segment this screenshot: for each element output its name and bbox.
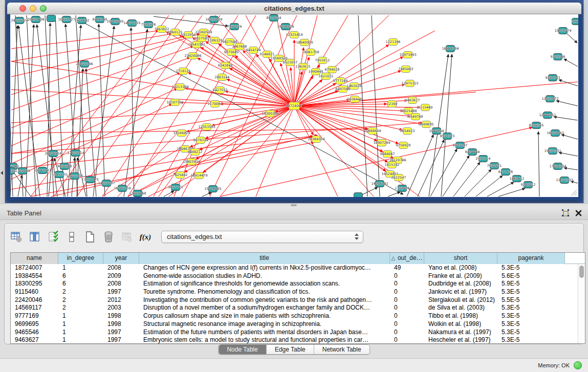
cell-short[interactable]: de Silva et al. (2003): [424, 304, 497, 312]
cell-out_degree[interactable]: 0: [390, 272, 424, 280]
cell-name[interactable]: 18300295: [11, 280, 58, 288]
citation-graph[interactable]: 2405572420691406106535271527602846616010…: [10, 14, 578, 197]
cell-pagerank[interactable]: 5.3E-5: [497, 312, 565, 320]
table-row[interactable]: 1830029562008Estimation of significance …: [11, 280, 578, 288]
tab-node-table[interactable]: Node Table: [219, 345, 267, 354]
cell-year[interactable]: 1997: [103, 329, 139, 337]
graph-edge[interactable]: [465, 169, 491, 196]
cell-out_degree[interactable]: 49: [390, 264, 424, 272]
graph-edge[interactable]: [66, 24, 78, 196]
cell-short[interactable]: Franke et al. (2009): [424, 272, 497, 280]
graph-node[interactable]: [354, 193, 363, 198]
cell-in_degree[interactable]: 1: [58, 264, 103, 272]
cell-title[interactable]: Structural magnetic resonance image aver…: [139, 320, 390, 329]
cell-in_degree[interactable]: 2: [58, 296, 103, 304]
cell-in_degree[interactable]: 1: [58, 329, 103, 337]
cell-pagerank[interactable]: 5.6E-5: [497, 272, 565, 280]
graph-edge[interactable]: [131, 28, 134, 196]
table-row[interactable]: 1938455462009Genome-wide association stu…: [11, 272, 578, 280]
graph-edge[interactable]: [453, 162, 480, 196]
delete-column-button[interactable]: [102, 230, 115, 244]
cell-name[interactable]: 18724007: [11, 264, 58, 272]
cell-short[interactable]: Stergiakouli et al. (2012): [424, 296, 497, 304]
cell-name[interactable]: 19384554: [11, 272, 58, 280]
graph-edge[interactable]: [128, 106, 294, 196]
graph-edge[interactable]: [294, 82, 578, 106]
function-builder-button[interactable]: f(x): [139, 230, 152, 244]
graph-edge[interactable]: [31, 15, 169, 196]
cell-in_degree[interactable]: 6: [58, 272, 103, 280]
cell-year[interactable]: 1997: [103, 288, 139, 296]
cell-short[interactable]: Jankovic et al. (1997): [424, 288, 497, 296]
network-window-titlebar[interactable]: citations_edges.txt: [7, 3, 581, 14]
cell-in_degree[interactable]: 2: [58, 304, 103, 312]
cell-name[interactable]: 22420046: [11, 296, 58, 304]
float-panel-button[interactable]: [561, 209, 570, 217]
right-panel-edge[interactable]: [583, 0, 588, 203]
cell-out_degree[interactable]: 0: [390, 296, 424, 304]
cell-pagerank[interactable]: 5.3E-5: [497, 336, 565, 343]
cell-pagerank[interactable]: 5.3E-5: [497, 304, 565, 312]
cell-out_degree[interactable]: 0: [390, 320, 424, 329]
cell-in_degree[interactable]: 1: [58, 312, 103, 320]
create-column-button[interactable]: [83, 230, 97, 244]
cell-out_degree[interactable]: 0: [390, 336, 424, 343]
graph-edge[interactable]: [554, 117, 578, 120]
cell-year[interactable]: 1997: [103, 336, 139, 343]
cell-short[interactable]: Tibbo et al. (1998): [424, 312, 497, 320]
graph-node[interactable]: [47, 15, 56, 22]
graph-edge[interactable]: [54, 15, 184, 196]
cell-out_degree[interactable]: 0: [390, 312, 424, 320]
cell-in_degree[interactable]: 1: [58, 336, 103, 343]
cell-pagerank[interactable]: 5.3E-5: [497, 264, 565, 272]
left-panel-edge[interactable]: [0, 0, 5, 203]
graph-edge[interactable]: [561, 135, 578, 139]
column-header-out_degree[interactable]: △ out_de…: [390, 253, 424, 264]
graph-edge[interactable]: [294, 106, 367, 129]
row-height-button[interactable]: [65, 230, 78, 244]
cell-out_degree[interactable]: 0: [390, 329, 424, 337]
cell-year[interactable]: 2008: [103, 264, 139, 272]
graph-edge[interactable]: [294, 48, 303, 106]
cell-title[interactable]: Tourette syndrome. Phenomenology and cla…: [139, 288, 390, 296]
cell-short[interactable]: Yano et al. (2008): [424, 264, 497, 272]
cell-out_degree[interactable]: 0: [390, 304, 424, 312]
table-row[interactable]: 1872400712008Changes of HCN gene express…: [11, 264, 578, 272]
graph-edge[interactable]: [358, 15, 367, 196]
graph-edge[interactable]: [11, 89, 177, 164]
table-row[interactable]: 2242004622012Investigating the contribut…: [11, 296, 578, 304]
graph-edge[interactable]: [294, 106, 313, 135]
graph-edge[interactable]: [441, 54, 452, 196]
graph-edge[interactable]: [77, 15, 202, 196]
tab-edge-table[interactable]: Edge Table: [267, 345, 314, 354]
graph-edge[interactable]: [93, 26, 114, 196]
column-header-year[interactable]: year: [103, 253, 139, 264]
graph-edge[interactable]: [198, 58, 294, 106]
cell-year[interactable]: 1998: [103, 320, 139, 329]
column-header-in_degree[interactable]: in_degree: [58, 253, 103, 264]
graph-edge[interactable]: [11, 106, 294, 123]
cell-title[interactable]: Estimation of significance thresholds fo…: [139, 280, 390, 288]
cell-name[interactable]: 9699695: [11, 320, 58, 329]
graph-edge[interactable]: [407, 135, 433, 196]
graph-edge[interactable]: [388, 192, 400, 196]
panel-collapse-arrow-icon[interactable]: [1, 171, 3, 175]
table-selector-dropdown[interactable]: citations_edges.txt: [161, 231, 363, 243]
table-row[interactable]: 1456911722003Disruption of a novel membe…: [11, 304, 578, 312]
cell-short[interactable]: Nakamura et al. (1997): [424, 329, 497, 337]
table-row[interactable]: 946362711997Embryonic stem cells: a mode…: [11, 336, 578, 343]
graph-edge[interactable]: [443, 156, 469, 196]
cell-title[interactable]: Disruption of a novel member of a sodium…: [139, 304, 390, 312]
graph-edge[interactable]: [564, 59, 578, 67]
table-scrollbar[interactable]: [578, 264, 585, 343]
cell-year[interactable]: 2009: [103, 272, 139, 280]
cell-name[interactable]: 9115460: [11, 288, 58, 296]
cell-name[interactable]: 9777169: [11, 312, 58, 320]
tab-network-table[interactable]: Network Table: [314, 345, 369, 354]
cell-name[interactable]: 9463627: [11, 336, 58, 343]
scrollbar-thumb[interactable]: [579, 266, 584, 278]
canvas-resize-grip[interactable]: [570, 189, 577, 196]
column-header-short[interactable]: short: [424, 253, 497, 264]
cell-pagerank[interactable]: 5.5E-5: [497, 296, 565, 304]
cell-out_degree[interactable]: 0: [390, 280, 424, 288]
